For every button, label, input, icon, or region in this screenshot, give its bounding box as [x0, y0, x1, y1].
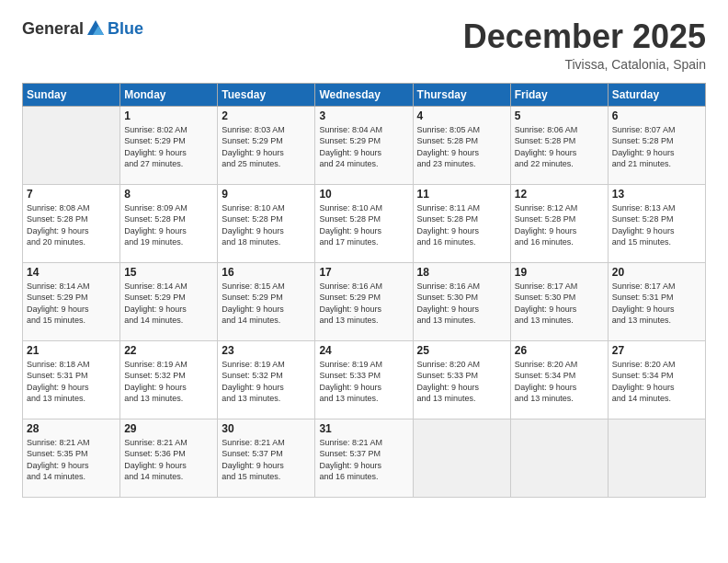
day-number: 20 — [612, 266, 701, 279]
day-info: Sunrise: 8:16 AM Sunset: 5:30 PM Dayligh… — [417, 281, 506, 327]
day-number: 4 — [417, 109, 506, 122]
day-info: Sunrise: 8:15 AM Sunset: 5:29 PM Dayligh… — [222, 281, 311, 327]
day-info: Sunrise: 8:03 AM Sunset: 5:29 PM Dayligh… — [222, 124, 311, 170]
page: General Blue December 2025 Tivissa, Cata… — [0, 0, 728, 563]
day-cell: 9Sunrise: 8:10 AM Sunset: 5:28 PM Daylig… — [218, 184, 315, 262]
day-info: Sunrise: 8:18 AM Sunset: 5:31 PM Dayligh… — [27, 359, 116, 405]
day-cell: 14Sunrise: 8:14 AM Sunset: 5:29 PM Dayli… — [23, 262, 120, 340]
day-info: Sunrise: 8:20 AM Sunset: 5:34 PM Dayligh… — [515, 359, 604, 405]
day-info: Sunrise: 8:21 AM Sunset: 5:35 PM Dayligh… — [27, 437, 116, 483]
day-info: Sunrise: 8:19 AM Sunset: 5:32 PM Dayligh… — [222, 359, 311, 405]
day-number: 24 — [319, 344, 408, 357]
day-number: 31 — [319, 422, 408, 435]
day-number: 30 — [222, 422, 311, 435]
day-cell: 31Sunrise: 8:21 AM Sunset: 5:37 PM Dayli… — [315, 419, 413, 497]
day-info: Sunrise: 8:09 AM Sunset: 5:28 PM Dayligh… — [124, 202, 213, 248]
location: Tivissa, Catalonia, Spain — [463, 57, 706, 72]
day-info: Sunrise: 8:21 AM Sunset: 5:37 PM Dayligh… — [319, 437, 408, 483]
day-number: 17 — [319, 266, 408, 279]
day-cell: 22Sunrise: 8:19 AM Sunset: 5:32 PM Dayli… — [120, 340, 218, 419]
day-info: Sunrise: 8:17 AM Sunset: 5:30 PM Dayligh… — [515, 281, 604, 327]
day-number: 6 — [612, 109, 701, 122]
week-row-4: 28Sunrise: 8:21 AM Sunset: 5:35 PM Dayli… — [23, 419, 706, 497]
day-number: 25 — [417, 344, 506, 357]
day-cell: 16Sunrise: 8:15 AM Sunset: 5:29 PM Dayli… — [218, 262, 315, 340]
day-number: 21 — [27, 344, 116, 357]
day-info: Sunrise: 8:13 AM Sunset: 5:28 PM Dayligh… — [612, 202, 701, 248]
month-title: December 2025 — [463, 18, 706, 55]
header-cell-sunday: Sunday — [23, 83, 120, 106]
calendar-body: 1Sunrise: 8:02 AM Sunset: 5:29 PM Daylig… — [23, 106, 706, 497]
day-number: 23 — [222, 344, 311, 357]
day-cell: 1Sunrise: 8:02 AM Sunset: 5:29 PM Daylig… — [120, 106, 218, 184]
day-cell: 6Sunrise: 8:07 AM Sunset: 5:28 PM Daylig… — [608, 106, 705, 184]
day-info: Sunrise: 8:08 AM Sunset: 5:28 PM Dayligh… — [27, 202, 116, 248]
day-info: Sunrise: 8:12 AM Sunset: 5:28 PM Dayligh… — [515, 202, 604, 248]
day-info: Sunrise: 8:11 AM Sunset: 5:28 PM Dayligh… — [417, 202, 506, 248]
day-cell: 25Sunrise: 8:20 AM Sunset: 5:33 PM Dayli… — [413, 340, 510, 419]
day-cell: 8Sunrise: 8:09 AM Sunset: 5:28 PM Daylig… — [120, 184, 218, 262]
day-cell: 24Sunrise: 8:19 AM Sunset: 5:33 PM Dayli… — [315, 340, 413, 419]
day-number: 12 — [515, 188, 604, 201]
day-info: Sunrise: 8:10 AM Sunset: 5:28 PM Dayligh… — [319, 202, 408, 248]
day-cell: 23Sunrise: 8:19 AM Sunset: 5:32 PM Dayli… — [218, 340, 315, 419]
day-number: 9 — [222, 188, 311, 201]
day-info: Sunrise: 8:19 AM Sunset: 5:33 PM Dayligh… — [319, 359, 408, 405]
day-number: 22 — [124, 344, 213, 357]
day-cell: 20Sunrise: 8:17 AM Sunset: 5:31 PM Dayli… — [608, 262, 705, 340]
day-number: 27 — [612, 344, 701, 357]
header: General Blue December 2025 Tivissa, Cata… — [22, 18, 706, 72]
day-cell: 15Sunrise: 8:14 AM Sunset: 5:29 PM Dayli… — [120, 262, 218, 340]
day-number: 1 — [124, 109, 213, 122]
day-number: 8 — [124, 188, 213, 201]
day-info: Sunrise: 8:20 AM Sunset: 5:33 PM Dayligh… — [417, 359, 506, 405]
logo-blue: Blue — [108, 19, 143, 39]
logo-text: General Blue — [22, 18, 143, 39]
week-row-0: 1Sunrise: 8:02 AM Sunset: 5:29 PM Daylig… — [23, 106, 706, 184]
calendar-header: SundayMondayTuesdayWednesdayThursdayFrid… — [23, 83, 706, 106]
day-info: Sunrise: 8:14 AM Sunset: 5:29 PM Dayligh… — [124, 281, 213, 327]
logo: General Blue — [22, 18, 143, 39]
day-cell: 30Sunrise: 8:21 AM Sunset: 5:37 PM Dayli… — [218, 419, 315, 497]
day-info: Sunrise: 8:14 AM Sunset: 5:29 PM Dayligh… — [27, 281, 116, 327]
day-cell: 13Sunrise: 8:13 AM Sunset: 5:28 PM Dayli… — [608, 184, 705, 262]
day-number: 18 — [417, 266, 506, 279]
day-cell: 7Sunrise: 8:08 AM Sunset: 5:28 PM Daylig… — [23, 184, 120, 262]
day-cell — [23, 106, 120, 184]
day-number: 11 — [417, 188, 506, 201]
logo-icon — [85, 18, 106, 39]
day-info: Sunrise: 8:20 AM Sunset: 5:34 PM Dayligh… — [612, 359, 701, 405]
header-cell-saturday: Saturday — [608, 83, 705, 106]
day-cell: 17Sunrise: 8:16 AM Sunset: 5:29 PM Dayli… — [315, 262, 413, 340]
day-cell: 26Sunrise: 8:20 AM Sunset: 5:34 PM Dayli… — [510, 340, 608, 419]
day-cell: 29Sunrise: 8:21 AM Sunset: 5:36 PM Dayli… — [120, 419, 218, 497]
header-row: SundayMondayTuesdayWednesdayThursdayFrid… — [23, 83, 706, 106]
day-info: Sunrise: 8:17 AM Sunset: 5:31 PM Dayligh… — [612, 281, 701, 327]
day-cell — [413, 419, 510, 497]
day-cell: 4Sunrise: 8:05 AM Sunset: 5:28 PM Daylig… — [413, 106, 510, 184]
day-number: 7 — [27, 188, 116, 201]
day-number: 13 — [612, 188, 701, 201]
day-cell: 11Sunrise: 8:11 AM Sunset: 5:28 PM Dayli… — [413, 184, 510, 262]
header-cell-friday: Friday — [510, 83, 608, 106]
day-number: 29 — [124, 422, 213, 435]
day-number: 14 — [27, 266, 116, 279]
day-info: Sunrise: 8:02 AM Sunset: 5:29 PM Dayligh… — [124, 124, 213, 170]
day-info: Sunrise: 8:07 AM Sunset: 5:28 PM Dayligh… — [612, 124, 701, 170]
day-number: 16 — [222, 266, 311, 279]
day-cell: 5Sunrise: 8:06 AM Sunset: 5:28 PM Daylig… — [510, 106, 608, 184]
header-cell-monday: Monday — [120, 83, 218, 106]
title-block: December 2025 Tivissa, Catalonia, Spain — [463, 18, 706, 72]
day-cell — [608, 419, 705, 497]
day-cell: 3Sunrise: 8:04 AM Sunset: 5:29 PM Daylig… — [315, 106, 413, 184]
day-info: Sunrise: 8:06 AM Sunset: 5:28 PM Dayligh… — [515, 124, 604, 170]
day-number: 3 — [319, 109, 408, 122]
header-cell-wednesday: Wednesday — [315, 83, 413, 106]
day-info: Sunrise: 8:16 AM Sunset: 5:29 PM Dayligh… — [319, 281, 408, 327]
day-info: Sunrise: 8:19 AM Sunset: 5:32 PM Dayligh… — [124, 359, 213, 405]
day-cell: 27Sunrise: 8:20 AM Sunset: 5:34 PM Dayli… — [608, 340, 705, 419]
day-number: 10 — [319, 188, 408, 201]
day-cell — [510, 419, 608, 497]
header-cell-thursday: Thursday — [413, 83, 510, 106]
day-cell: 21Sunrise: 8:18 AM Sunset: 5:31 PM Dayli… — [23, 340, 120, 419]
